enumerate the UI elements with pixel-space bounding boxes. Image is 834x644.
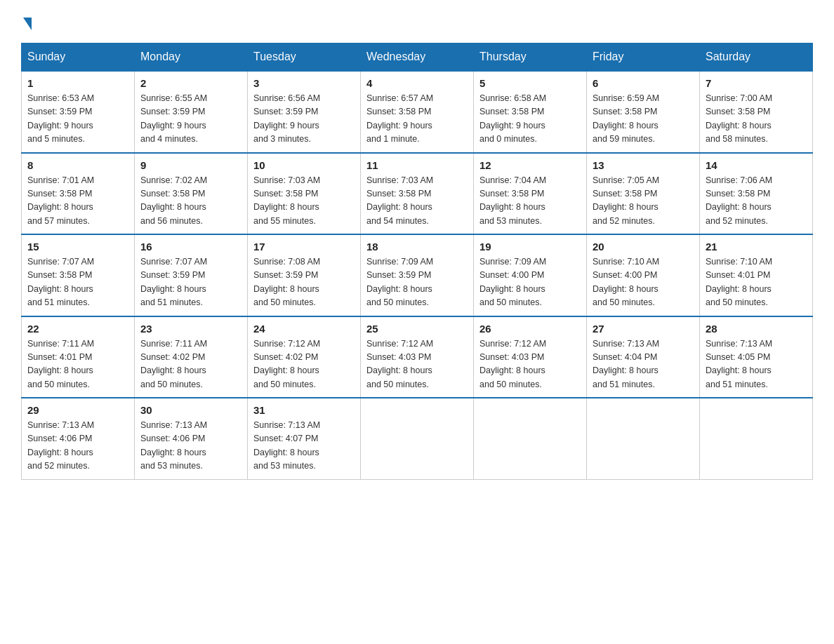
day-number: 4 [366,77,468,89]
logo [21,14,32,30]
day-info: Sunrise: 7:09 AMSunset: 3:59 PMDaylight:… [366,255,468,310]
day-number: 31 [253,404,355,416]
calendar-table: SundayMondayTuesdayWednesdayThursdayFrid… [21,43,813,480]
weekday-header-sunday: Sunday [22,43,135,72]
weekday-header-tuesday: Tuesday [248,43,361,72]
day-cell-23: 23 Sunrise: 7:11 AMSunset: 4:02 PMDaylig… [135,316,248,398]
day-number: 22 [27,323,128,335]
day-cell-3: 3 Sunrise: 6:56 AMSunset: 3:59 PMDayligh… [248,71,361,153]
day-cell-17: 17 Sunrise: 7:08 AMSunset: 3:59 PMDaylig… [248,234,361,316]
day-cell-24: 24 Sunrise: 7:12 AMSunset: 4:02 PMDaylig… [248,316,361,398]
day-cell-1: 1 Sunrise: 6:53 AMSunset: 3:59 PMDayligh… [22,71,135,153]
day-cell-29: 29 Sunrise: 7:13 AMSunset: 4:06 PMDaylig… [22,398,135,479]
day-number: 23 [140,323,241,335]
day-info: Sunrise: 6:57 AMSunset: 3:58 PMDaylight:… [366,92,468,147]
day-info: Sunrise: 7:12 AMSunset: 4:03 PMDaylight:… [366,337,468,392]
day-cell-10: 10 Sunrise: 7:03 AMSunset: 3:58 PMDaylig… [248,153,361,235]
day-cell-27: 27 Sunrise: 7:13 AMSunset: 4:04 PMDaylig… [587,316,700,398]
day-info: Sunrise: 7:03 AMSunset: 3:58 PMDaylight:… [253,174,355,229]
week-row-5: 29 Sunrise: 7:13 AMSunset: 4:06 PMDaylig… [22,398,813,479]
day-info: Sunrise: 7:13 AMSunset: 4:05 PMDaylight:… [706,337,807,392]
day-cell-15: 15 Sunrise: 7:07 AMSunset: 3:58 PMDaylig… [22,234,135,316]
day-number: 3 [253,77,355,89]
day-number: 8 [27,159,128,171]
day-cell-31: 31 Sunrise: 7:13 AMSunset: 4:07 PMDaylig… [248,398,361,479]
day-info: Sunrise: 6:55 AMSunset: 3:59 PMDaylight:… [140,92,241,147]
day-cell-14: 14 Sunrise: 7:06 AMSunset: 3:58 PMDaylig… [700,153,813,235]
day-number: 18 [366,241,468,253]
day-info: Sunrise: 7:11 AMSunset: 4:02 PMDaylight:… [140,337,241,392]
day-number: 10 [253,159,355,171]
week-row-1: 1 Sunrise: 6:53 AMSunset: 3:59 PMDayligh… [22,71,813,153]
day-info: Sunrise: 6:59 AMSunset: 3:58 PMDaylight:… [593,92,694,147]
day-info: Sunrise: 7:11 AMSunset: 4:01 PMDaylight:… [27,337,128,392]
day-cell-18: 18 Sunrise: 7:09 AMSunset: 3:59 PMDaylig… [361,234,474,316]
empty-cell [474,398,587,479]
day-info: Sunrise: 7:05 AMSunset: 3:58 PMDaylight:… [593,174,694,229]
week-row-4: 22 Sunrise: 7:11 AMSunset: 4:01 PMDaylig… [22,316,813,398]
day-info: Sunrise: 7:02 AMSunset: 3:58 PMDaylight:… [140,174,241,229]
week-row-3: 15 Sunrise: 7:07 AMSunset: 3:58 PMDaylig… [22,234,813,316]
weekday-header-saturday: Saturday [700,43,813,72]
day-number: 13 [593,159,694,171]
day-info: Sunrise: 6:58 AMSunset: 3:58 PMDaylight:… [479,92,581,147]
day-number: 5 [479,77,581,89]
day-number: 12 [479,159,581,171]
day-number: 7 [706,77,807,89]
day-cell-12: 12 Sunrise: 7:04 AMSunset: 3:58 PMDaylig… [474,153,587,235]
day-cell-5: 5 Sunrise: 6:58 AMSunset: 3:58 PMDayligh… [474,71,587,153]
day-number: 27 [593,323,694,335]
day-cell-6: 6 Sunrise: 6:59 AMSunset: 3:58 PMDayligh… [587,71,700,153]
day-cell-19: 19 Sunrise: 7:09 AMSunset: 4:00 PMDaylig… [474,234,587,316]
day-info: Sunrise: 7:08 AMSunset: 3:59 PMDaylight:… [253,255,355,310]
day-number: 30 [140,404,241,416]
weekday-header-monday: Monday [135,43,248,72]
day-info: Sunrise: 7:13 AMSunset: 4:04 PMDaylight:… [593,337,694,392]
day-cell-2: 2 Sunrise: 6:55 AMSunset: 3:59 PMDayligh… [135,71,248,153]
day-number: 11 [366,159,468,171]
day-info: Sunrise: 7:07 AMSunset: 3:59 PMDaylight:… [140,255,241,310]
day-info: Sunrise: 7:09 AMSunset: 4:00 PMDaylight:… [479,255,581,310]
day-info: Sunrise: 7:12 AMSunset: 4:03 PMDaylight:… [479,337,581,392]
day-info: Sunrise: 7:13 AMSunset: 4:06 PMDaylight:… [140,419,241,474]
day-number: 26 [479,323,581,335]
page-header [21,14,813,30]
day-cell-8: 8 Sunrise: 7:01 AMSunset: 3:58 PMDayligh… [22,153,135,235]
empty-cell [361,398,474,479]
weekday-header-thursday: Thursday [474,43,587,72]
day-info: Sunrise: 7:10 AMSunset: 4:00 PMDaylight:… [593,255,694,310]
day-number: 9 [140,159,241,171]
day-info: Sunrise: 7:04 AMSunset: 3:58 PMDaylight:… [479,174,581,229]
day-number: 2 [140,77,241,89]
day-cell-13: 13 Sunrise: 7:05 AMSunset: 3:58 PMDaylig… [587,153,700,235]
day-info: Sunrise: 7:12 AMSunset: 4:02 PMDaylight:… [253,337,355,392]
day-number: 15 [27,241,128,253]
day-cell-4: 4 Sunrise: 6:57 AMSunset: 3:58 PMDayligh… [361,71,474,153]
day-number: 19 [479,241,581,253]
day-cell-30: 30 Sunrise: 7:13 AMSunset: 4:06 PMDaylig… [135,398,248,479]
day-number: 24 [253,323,355,335]
day-cell-20: 20 Sunrise: 7:10 AMSunset: 4:00 PMDaylig… [587,234,700,316]
day-number: 17 [253,241,355,253]
day-cell-11: 11 Sunrise: 7:03 AMSunset: 3:58 PMDaylig… [361,153,474,235]
day-info: Sunrise: 7:00 AMSunset: 3:58 PMDaylight:… [706,92,807,147]
day-info: Sunrise: 7:03 AMSunset: 3:58 PMDaylight:… [366,174,468,229]
weekday-header-friday: Friday [587,43,700,72]
day-number: 28 [706,323,807,335]
day-info: Sunrise: 7:06 AMSunset: 3:58 PMDaylight:… [706,174,807,229]
day-number: 14 [706,159,807,171]
week-row-2: 8 Sunrise: 7:01 AMSunset: 3:58 PMDayligh… [22,153,813,235]
day-cell-26: 26 Sunrise: 7:12 AMSunset: 4:03 PMDaylig… [474,316,587,398]
day-cell-25: 25 Sunrise: 7:12 AMSunset: 4:03 PMDaylig… [361,316,474,398]
day-number: 21 [706,241,807,253]
day-cell-16: 16 Sunrise: 7:07 AMSunset: 3:59 PMDaylig… [135,234,248,316]
logo-arrow-icon [23,18,32,30]
day-cell-28: 28 Sunrise: 7:13 AMSunset: 4:05 PMDaylig… [700,316,813,398]
day-info: Sunrise: 6:53 AMSunset: 3:59 PMDaylight:… [27,92,128,147]
day-number: 6 [593,77,694,89]
day-number: 16 [140,241,241,253]
day-number: 25 [366,323,468,335]
day-number: 29 [27,404,128,416]
day-info: Sunrise: 7:13 AMSunset: 4:07 PMDaylight:… [253,419,355,474]
day-number: 20 [593,241,694,253]
